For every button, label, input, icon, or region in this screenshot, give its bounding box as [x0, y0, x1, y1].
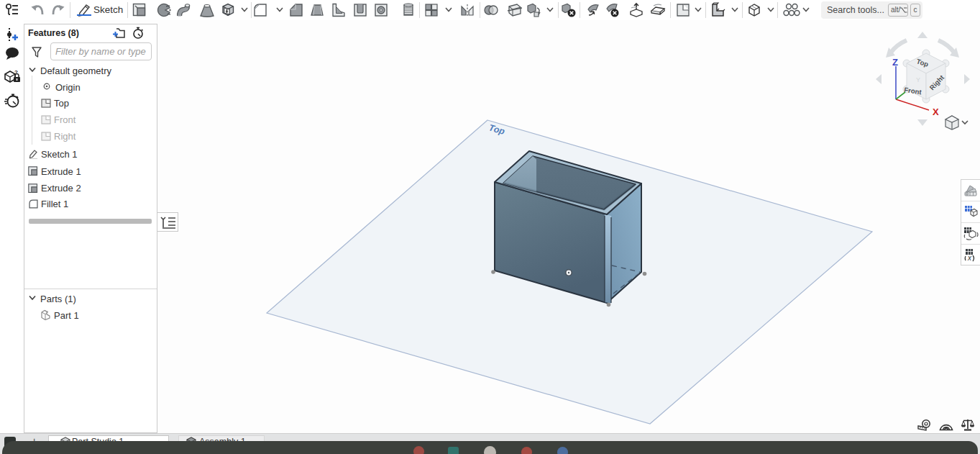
- svg-text:Z: Z: [892, 57, 898, 68]
- svg-text:Y: Y: [916, 76, 920, 83]
- svg-text:X: X: [933, 106, 939, 117]
- svg-text:x: x: [967, 254, 972, 262]
- svg-text:Front: Front: [904, 86, 922, 96]
